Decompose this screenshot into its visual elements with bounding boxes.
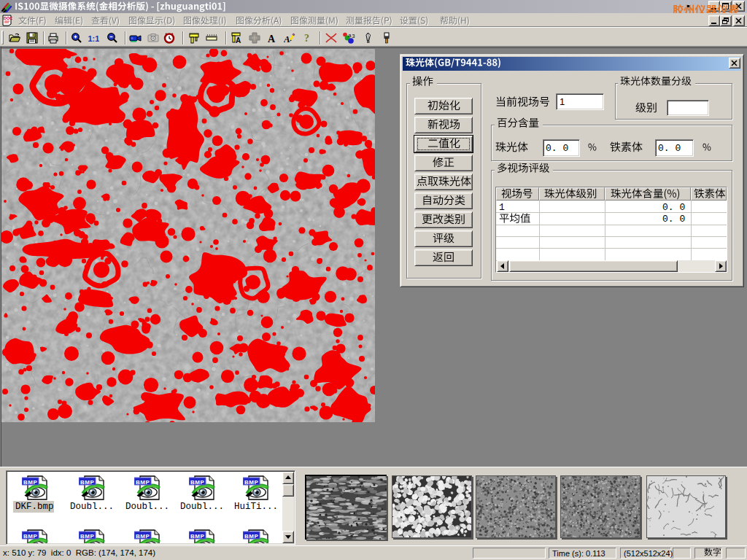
svg-text:DOC: DOC [4, 16, 12, 20]
svg-text:?: ? [304, 33, 309, 44]
svg-text:a: a [349, 33, 352, 38]
svg-text:A: A [236, 36, 241, 44]
svg-text:A: A [268, 34, 276, 44]
svg-text:A: A [284, 34, 290, 44]
svg-text:1:1: 1:1 [88, 34, 100, 43]
svg-text:3: 3 [352, 34, 355, 39]
